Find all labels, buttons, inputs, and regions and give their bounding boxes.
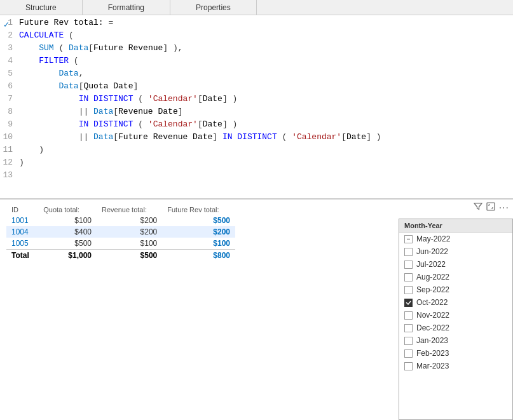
expand-icon[interactable] bbox=[486, 202, 495, 213]
code-line: 4 FILTER ( bbox=[0, 56, 513, 69]
slicer-checkbox[interactable] bbox=[404, 235, 413, 243]
table-row: 1005$500$100$100 bbox=[6, 238, 235, 250]
slicer-checkbox[interactable] bbox=[404, 311, 413, 320]
line-content: IN DISTINCT ( 'Calendar'[Date] ) bbox=[19, 119, 513, 129]
total-future: $800 bbox=[162, 250, 235, 262]
line-number: 2 bbox=[0, 30, 19, 40]
cell-quota: $400 bbox=[38, 226, 97, 238]
code-line: 6 Data[Quota Date] bbox=[0, 81, 513, 94]
slicer-item[interactable]: Aug-2022 bbox=[399, 271, 512, 283]
tab-formatting[interactable]: Formatting bbox=[83, 0, 170, 15]
slicer-checkbox[interactable] bbox=[404, 337, 413, 345]
slicer-item-label: Jul-2022 bbox=[416, 260, 446, 269]
line-content: Future Rev total: = bbox=[19, 18, 513, 27]
slicer-item[interactable]: Jan-2023 bbox=[399, 334, 512, 347]
code-line: 13 bbox=[0, 170, 513, 183]
cell-id: 1004 bbox=[6, 226, 38, 238]
slicer-item-label: Sep-2022 bbox=[416, 285, 449, 294]
code-line: 2CALCULATE ( bbox=[0, 30, 513, 43]
table-area: ID Quota total: Revenue total: Future Re… bbox=[0, 200, 242, 420]
table-total-row: Total $1,000 $500 $800 bbox=[6, 250, 235, 262]
slicer-item-label: May-2022 bbox=[416, 234, 450, 243]
table-header-row: ID Quota total: Revenue total: Future Re… bbox=[6, 205, 235, 215]
slicer-item-label: Feb-2023 bbox=[416, 349, 449, 358]
filter-icon[interactable] bbox=[474, 202, 482, 213]
total-revenue: $500 bbox=[97, 250, 162, 262]
slicer-checkbox[interactable] bbox=[404, 349, 413, 358]
slicer-item-label: Oct-2022 bbox=[416, 298, 448, 307]
cell-revenue: $200 bbox=[97, 226, 162, 238]
line-number: 5 bbox=[0, 69, 19, 78]
slicer-item[interactable]: Jul-2022 bbox=[399, 258, 512, 271]
line-number: 8 bbox=[0, 107, 19, 116]
slicer-item[interactable]: May-2022 bbox=[399, 233, 512, 245]
check-mark-icon: ✓ bbox=[0, 19, 13, 30]
cell-future: $200 bbox=[162, 226, 235, 238]
line-content: || Data[Revenue Date] bbox=[19, 107, 513, 116]
cell-revenue: $100 bbox=[97, 238, 162, 250]
slicer-panel: Month-Year May-2022Jun-2022Jul-2022Aug-2… bbox=[399, 219, 513, 420]
slicer-item[interactable]: Mar-2023 bbox=[399, 360, 512, 372]
more-icon[interactable]: ··· bbox=[499, 202, 509, 213]
code-lines: 1Future Rev total: =2CALCULATE (3 SUM ( … bbox=[0, 15, 513, 186]
slicer-items[interactable]: May-2022Jun-2022Jul-2022Aug-2022Sep-2022… bbox=[399, 233, 512, 419]
line-number: 11 bbox=[0, 145, 19, 154]
code-line: 5 Data, bbox=[0, 69, 513, 81]
slicer-item[interactable]: Dec-2022 bbox=[399, 322, 512, 334]
line-number: 4 bbox=[0, 56, 19, 65]
cell-quota: $100 bbox=[38, 215, 97, 226]
slicer-checkbox[interactable] bbox=[404, 324, 413, 332]
slicer-item-label: Nov-2022 bbox=[416, 311, 449, 320]
slicer-checkbox[interactable] bbox=[404, 362, 413, 370]
slicer-item[interactable]: Oct-2022 bbox=[399, 296, 512, 309]
line-content: Data[Quota Date] bbox=[19, 81, 513, 91]
total-label: Total bbox=[6, 250, 38, 262]
slicer-item[interactable]: Nov-2022 bbox=[399, 309, 512, 322]
line-number: 12 bbox=[0, 158, 19, 167]
line-content: ) bbox=[19, 145, 513, 154]
col-header-revenue: Revenue total: bbox=[97, 205, 162, 215]
table-row: 1004$400$200$200 bbox=[6, 226, 235, 238]
slicer-checkbox[interactable] bbox=[404, 273, 413, 281]
slicer-header: Month-Year bbox=[399, 219, 512, 233]
slicer-item-label: Aug-2022 bbox=[416, 273, 449, 281]
svg-rect-0 bbox=[487, 203, 495, 210]
tab-properties[interactable]: Properties bbox=[170, 0, 257, 15]
code-line: 1Future Rev total: = bbox=[0, 18, 513, 30]
line-number: 3 bbox=[0, 43, 19, 53]
data-table: ID Quota total: Revenue total: Future Re… bbox=[6, 205, 235, 261]
line-number: 7 bbox=[0, 94, 19, 104]
slicer-item[interactable]: Jun-2022 bbox=[399, 245, 512, 258]
total-quota: $1,000 bbox=[38, 250, 97, 262]
line-content: ) bbox=[19, 158, 513, 167]
cell-future: $100 bbox=[162, 238, 235, 250]
code-editor[interactable]: ✓ 1Future Rev total: =2CALCULATE (3 SUM … bbox=[0, 15, 513, 200]
code-line: 7 IN DISTINCT ( 'Calendar'[Date] ) bbox=[0, 94, 513, 107]
line-content: FILTER ( bbox=[19, 56, 513, 65]
slicer-checkbox[interactable] bbox=[404, 299, 413, 307]
slicer-item-label: Dec-2022 bbox=[416, 323, 449, 332]
line-number: 10 bbox=[0, 132, 19, 142]
line-content: SUM ( Data[Future Revenue] ), bbox=[19, 43, 513, 53]
table-row: 1001$100$200$500 bbox=[6, 215, 235, 226]
code-line: 10 || Data[Future Revenue Date] IN DISTI… bbox=[0, 132, 513, 145]
slicer-checkbox[interactable] bbox=[404, 248, 413, 256]
slicer-item[interactable]: Sep-2022 bbox=[399, 283, 512, 296]
code-line: 12) bbox=[0, 158, 513, 170]
code-line: 11 ) bbox=[0, 145, 513, 158]
line-number: 9 bbox=[0, 119, 19, 129]
col-header-future: Future Rev total: bbox=[162, 205, 235, 215]
cell-id: 1001 bbox=[6, 215, 38, 226]
slicer-checkbox[interactable] bbox=[404, 286, 413, 294]
slicer-item-label: Jun-2022 bbox=[416, 247, 448, 256]
slicer-item[interactable]: Feb-2023 bbox=[399, 347, 512, 360]
line-number: 6 bbox=[0, 81, 19, 91]
tab-structure[interactable]: Structure bbox=[0, 0, 83, 15]
code-line: 9 IN DISTINCT ( 'Calendar'[Date] ) bbox=[0, 119, 513, 132]
line-content: IN DISTINCT ( 'Calendar'[Date] ) bbox=[19, 94, 513, 104]
cell-id: 1005 bbox=[6, 238, 38, 250]
slicer-item-label: Mar-2023 bbox=[416, 362, 449, 370]
toolbar-icons: ··· bbox=[474, 202, 509, 213]
col-header-id: ID bbox=[6, 205, 38, 215]
slicer-checkbox[interactable] bbox=[404, 261, 413, 269]
